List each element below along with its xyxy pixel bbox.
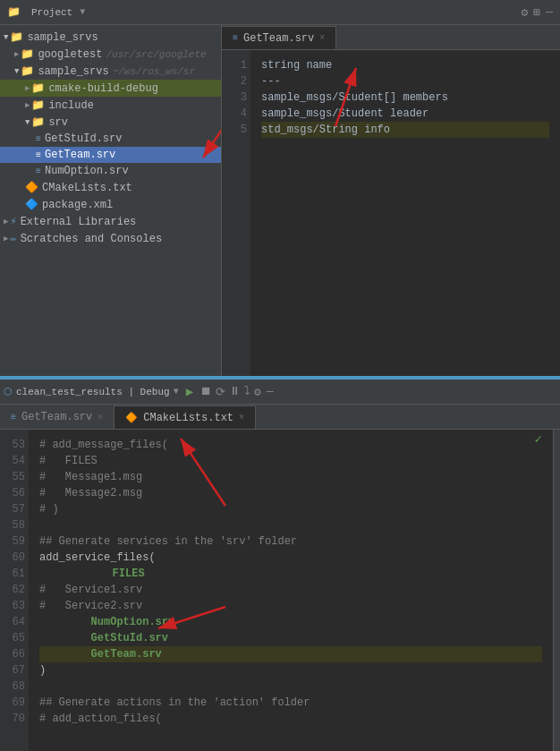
terminal-icon: ⬡ [4,386,13,397]
scratch-icon: ✏ [10,232,16,245]
expand-arrow-icon: ▶ [25,83,30,93]
top-code-area: 1 2 3 4 5 string name --- sample_msgs/St… [222,50,560,376]
sidebar-label: googletest [38,48,102,61]
sidebar-label: cmake-build-debug [48,82,157,95]
settings-icon[interactable]: ⚙ [254,385,261,399]
folder-icon: 📁 [31,81,45,95]
sidebar-label: CMakeLists.txt [42,182,132,194]
folder-icon: 📁 [10,30,23,44]
code-line-2: --- [261,73,549,90]
lib-icon: ⚡ [10,215,16,228]
pause-icon[interactable]: ⏸ [229,385,241,398]
code-line-58 [39,517,542,533]
tab-close-button[interactable]: × [319,33,325,43]
sidebar-item-sample-srvs-sub[interactable]: ▼ 📁 sample_srvs ~/ws/ros_ws/sr [0,63,221,80]
top-editor: ≡ GetTeam.srv × 1 2 3 4 5 string name --… [222,25,560,376]
bottom-code-content[interactable]: ✓ # add_message_files( # FILES # Message… [29,430,553,751]
sidebar-label: NumOption.srv [45,165,129,177]
expand-arrow-icon: ▶ [4,234,8,243]
expand-arrow-icon: ▶ [25,100,30,110]
rerun-icon[interactable]: ⟳ [216,385,225,399]
code-line-67: ) [39,662,542,678]
toolbar-icons: ⚙ ⊞ — [522,5,553,20]
code-line-64: NumOption.srv [39,614,542,630]
sidebar-label: GetTeam.srv [45,149,115,161]
sidebar-item-srv[interactable]: ▼ 📁 srv [0,114,221,131]
minimize2-icon[interactable]: — [267,385,274,398]
main-content: ▼ 📁 sample_srvs ▶ 📁 googletest /usr/src/… [0,25,560,376]
code-line-70: # add_action_files( [39,711,542,727]
tab-getteam-bottom[interactable]: ≡ GetTeam.srv × [0,405,115,429]
code-line-56: # Message2.msg [39,485,542,501]
code-line-3: sample_msgs/Student[] members [261,90,549,106]
code-line-63: # Service2.srv [39,598,542,614]
sidebar-label: GetStuId.srv [45,132,122,145]
code-line-60: add_service_files( [39,550,542,566]
folder-icon: 📁 [31,115,45,129]
dropdown-icon[interactable]: ▼ [174,387,179,397]
sidebar-item-include[interactable]: ▶ 📁 include [0,97,221,114]
run-button[interactable]: ▶ [186,384,193,399]
step-icon[interactable]: ⤵ [244,385,250,398]
code-line-59: ## Generate services in the 'srv' folder [39,533,542,550]
folder-icon: 📁 [21,47,34,61]
top-tab-bar: ≡ GetTeam.srv × [222,25,560,50]
expand-arrow-icon: ▶ [14,49,19,59]
path-hint: ~/ws/ros_ws/sr [113,66,195,77]
sidebar-item-numoptionsrv[interactable]: ≡ NumOption.srv [0,163,221,179]
sidebar-label: include [48,99,93,112]
tab-label: CMakeLists.txt [143,412,233,424]
tab-cmakelists-bottom[interactable]: 🔶 CMakeLists.txt × [115,405,256,429]
bottom-code-area: 53 54 55 56 57 58 59 60 61 62 63 64 65 6… [0,430,560,751]
code-line-62: # Service1.srv [39,582,542,598]
expand-arrow-icon: ▼ [4,33,8,42]
checkmark-icon: ✓ [535,431,542,448]
line-numbers: 1 2 3 4 5 [222,50,250,376]
sidebar-item-scratches[interactable]: ▶ ✏ Scratches and Consoles [0,230,221,247]
layout-icon[interactable]: ⊞ [533,5,540,20]
tab-label: GetTeam.srv [21,411,92,423]
code-line-66: GetTeam.srv [39,646,542,662]
settings-icon[interactable]: ⚙ [522,5,529,20]
cmake-tab-icon: 🔶 [125,412,138,423]
task-label: clean_test_results | Debug [16,387,170,397]
code-line-4: sample_msgs/Student leader [261,106,549,122]
tab-getteamsrv[interactable]: ≡ GetTeam.srv × [222,26,336,49]
sidebar-item-cmakelists[interactable]: 🔶 CMakeLists.txt [0,179,221,196]
expand-arrow-icon: ▶ [4,217,8,226]
sidebar-item-external-libs[interactable]: ▶ ⚡ External Libraries [0,213,221,230]
bottom-panel: ⬡ clean_test_results | Debug ▼ ▶ ⏹ ⟳ ⏸ ⤵… [0,380,560,751]
code-line-57: # ) [39,501,542,517]
code-content[interactable]: string name --- sample_msgs/Student[] me… [250,50,560,376]
folder-icon: 📁 [31,98,45,112]
sidebar-label: srv [48,116,68,129]
path-hint: /usr/src/googlete [106,49,206,60]
sidebar-label: sample_srvs [27,31,98,44]
sidebar-label: External Libraries [21,216,137,228]
scrollbar[interactable] [553,430,560,751]
xml-file-icon: 🔷 [25,198,38,211]
sidebar-item-packagexml[interactable]: 🔷 package.xml [0,196,221,213]
code-line-55: # Message1.msg [39,469,542,485]
code-line-69: ## Generate actions in the 'action' fold… [39,695,542,711]
minimize-icon[interactable]: — [546,5,553,19]
sidebar-item-sample-srvs-root[interactable]: ▼ 📁 sample_srvs [0,29,221,46]
code-line-61: FILES [39,566,542,582]
bottom-toolbar: ⬡ clean_test_results | Debug ▼ ▶ ⏹ ⟳ ⏸ ⤵… [0,380,560,405]
tab-close-button[interactable]: × [239,413,244,422]
sidebar-item-cmake-build[interactable]: ▶ 📁 cmake-build-debug [0,80,221,97]
expand-arrow-icon: ▼ [25,118,30,127]
code-line-1: string name [261,57,549,73]
srv-file-icon: ≡ [36,134,41,144]
code-line-68 [39,678,542,695]
srv-tab-icon: ≡ [11,413,16,422]
sidebar-item-getstuidsrv[interactable]: ≡ GetStuId.srv [0,131,221,147]
bottom-line-numbers: 53 54 55 56 57 58 59 60 61 62 63 64 65 6… [0,430,29,751]
sidebar-item-googletest[interactable]: ▶ 📁 googletest /usr/src/googlete [0,46,221,63]
sidebar-label: package.xml [42,199,113,211]
sidebar-item-getteamsrv[interactable]: ≡ GetTeam.srv [0,147,221,163]
srv-tab-icon: ≡ [233,33,238,43]
stop-icon[interactable]: ⏹ [200,385,212,398]
top-toolbar: 📁 Project ▼ ⚙ ⊞ — [0,0,560,25]
tab-close-button[interactable]: × [98,413,103,422]
